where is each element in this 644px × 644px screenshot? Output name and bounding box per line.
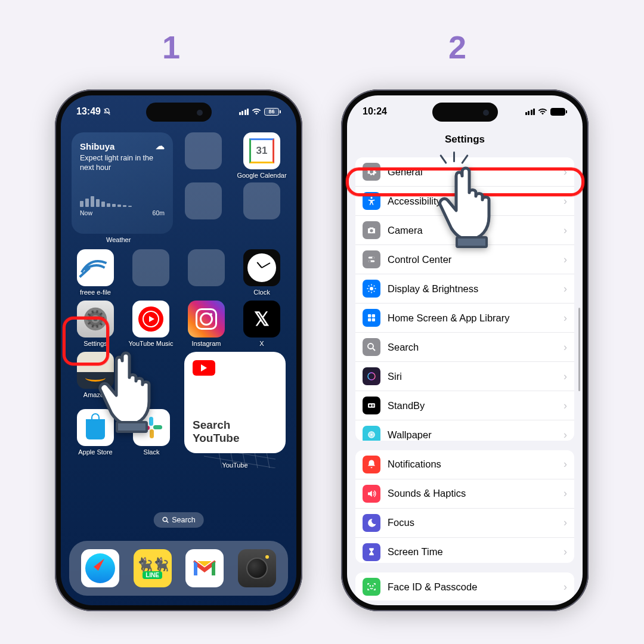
- row-label: Accessibility: [388, 196, 441, 207]
- search-icon: [162, 516, 169, 524]
- svg-point-14: [372, 256, 374, 259]
- chevron-right-icon: ›: [564, 429, 567, 441]
- gmail-icon: [191, 559, 218, 578]
- hand-pointer-icon: [95, 346, 173, 438]
- weather-now-label: Now: [80, 209, 92, 216]
- chevron-right-icon: ›: [564, 546, 567, 558]
- moon-icon: [363, 514, 380, 532]
- chevron-right-icon: ›: [564, 283, 567, 295]
- weather-label: Weather: [106, 236, 286, 243]
- svg-rect-19: [368, 318, 371, 321]
- folder-3[interactable]: [238, 182, 286, 219]
- svg-point-11: [370, 229, 373, 232]
- svg-point-24: [369, 404, 371, 407]
- settings-row-notifications[interactable]: Notifications›: [355, 450, 574, 479]
- svg-rect-17: [368, 314, 371, 317]
- settings-row-wallpaper[interactable]: Wallpaper›: [355, 420, 574, 441]
- search-icon: [363, 338, 380, 356]
- app-freee[interactable]: freee e-file: [72, 249, 119, 296]
- cellular-icon: [239, 109, 249, 115]
- row-label: StandBy: [388, 400, 425, 411]
- chevron-right-icon: ›: [564, 487, 567, 500]
- app-instagram[interactable]: Instagram: [182, 301, 230, 347]
- row-label: Face ID & Passcode: [388, 581, 477, 593]
- scroll-indicator[interactable]: [578, 308, 580, 391]
- folder-5[interactable]: [182, 249, 230, 296]
- weather-condition: Expect light rain in the next hour: [80, 154, 165, 172]
- apps-grid-icon: [363, 309, 380, 327]
- folder-4[interactable]: [127, 249, 175, 296]
- silent-icon: [103, 108, 111, 116]
- status-bar: 13:49 86: [61, 95, 296, 128]
- bird-icon: [77, 249, 114, 286]
- svg-rect-18: [372, 314, 375, 317]
- step-number-1: 1: [162, 29, 180, 66]
- weather-widget[interactable]: Shibuya☁ Expect light rain in the next h…: [72, 132, 173, 234]
- app-label: freee e-file: [80, 289, 111, 296]
- dock: 🐈‍⬛🐈‍⬛LINE: [69, 541, 288, 596]
- svg-point-16: [370, 287, 373, 290]
- battery-icon: 86: [264, 108, 281, 116]
- row-label: Notifications: [388, 459, 441, 470]
- settings-row-faceid[interactable]: Face ID & Passcode›: [355, 572, 574, 600]
- search-label: Search: [172, 516, 196, 524]
- wifi-icon: [252, 108, 261, 115]
- step-number-2: 2: [448, 29, 466, 66]
- chevron-right-icon: ›: [564, 224, 567, 237]
- row-label: Siri: [388, 371, 402, 382]
- folder-2[interactable]: [179, 182, 227, 219]
- settings-row-sounds[interactable]: Sounds & Haptics›: [355, 479, 574, 509]
- row-label: Camera: [388, 225, 423, 236]
- settings-row-focus[interactable]: Focus›: [355, 509, 574, 538]
- wireframe-decoration: [204, 420, 275, 468]
- settings-group-3: Face ID & Passcode›: [355, 572, 574, 600]
- svg-point-21: [368, 343, 373, 349]
- settings-row-standby[interactable]: StandBy›: [355, 391, 574, 420]
- svg-rect-26: [372, 405, 374, 406]
- chevron-right-icon: ›: [564, 370, 567, 383]
- row-label: Control Center: [388, 254, 451, 265]
- standby-icon: [363, 397, 380, 414]
- settings-row-screen-time[interactable]: Screen Time›: [355, 538, 574, 563]
- settings-row-search[interactable]: Search›: [355, 333, 574, 362]
- chevron-right-icon: ›: [564, 458, 567, 470]
- chevron-right-icon: ›: [564, 312, 567, 324]
- wifi-icon: [538, 108, 547, 115]
- siri-icon: [363, 367, 380, 385]
- svg-point-10: [370, 197, 372, 199]
- bell-icon: [363, 456, 380, 473]
- speaker-icon: [363, 485, 380, 503]
- chevron-right-icon: ›: [564, 195, 567, 208]
- row-label: Sounds & Haptics: [388, 488, 466, 499]
- battery-icon: [550, 108, 567, 116]
- settings-row-display[interactable]: Display & Brightness›: [355, 274, 574, 304]
- status-bar: 10:24: [347, 95, 583, 128]
- settings-title: Settings: [347, 129, 583, 153]
- row-label: Home Screen & App Library: [388, 312, 510, 324]
- app-label: Apple Store: [78, 448, 112, 456]
- folder-1[interactable]: [179, 132, 227, 179]
- spotlight-search[interactable]: Search: [153, 512, 204, 528]
- cellular-icon: [525, 109, 535, 115]
- svg-rect-25: [372, 405, 374, 405]
- chevron-right-icon: ›: [564, 400, 567, 412]
- chevron-right-icon: ›: [564, 341, 567, 354]
- app-google-calendar[interactable]: 31Google Calendar: [238, 132, 286, 179]
- app-line[interactable]: 🐈‍⬛🐈‍⬛LINE: [134, 549, 172, 587]
- settings-group-2: Notifications› Sounds & Haptics› Focus› …: [355, 450, 574, 563]
- hourglass-icon: [363, 543, 380, 561]
- app-safari[interactable]: [81, 549, 119, 587]
- svg-point-30: [373, 586, 373, 586]
- app-x[interactable]: 𝕏X: [238, 301, 286, 347]
- svg-rect-23: [368, 403, 375, 408]
- app-gmail[interactable]: [185, 549, 224, 587]
- app-clock[interactable]: Clock: [238, 249, 286, 296]
- app-camera[interactable]: [238, 549, 276, 587]
- app-label: Instagram: [192, 340, 221, 347]
- toggles-icon: [363, 250, 380, 268]
- chevron-right-icon: ›: [564, 581, 567, 593]
- app-label: Slack: [144, 448, 160, 456]
- settings-row-siri[interactable]: Siri›: [355, 362, 574, 391]
- app-youtube-music[interactable]: YouTube Music: [127, 301, 175, 347]
- settings-row-home-screen[interactable]: Home Screen & App Library›: [355, 304, 574, 333]
